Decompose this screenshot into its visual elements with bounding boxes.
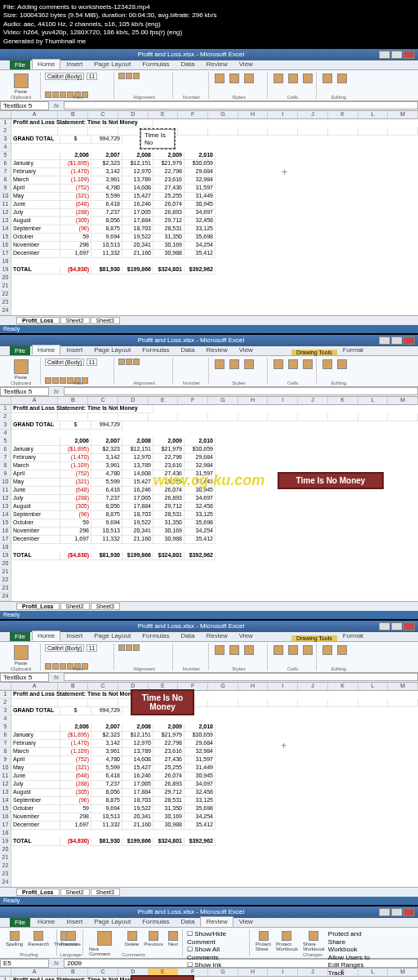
data-cell[interactable]: 9,694 (91, 519, 122, 528)
data-cell[interactable]: 298 (60, 528, 91, 536)
data-cell[interactable]: 8,056 (91, 503, 122, 511)
formula-input[interactable] (64, 673, 418, 681)
data-cell[interactable]: 22,798 (153, 454, 185, 462)
data-cell[interactable]: 20,341 (122, 528, 153, 536)
align-center-icon[interactable] (126, 73, 132, 79)
month-label[interactable]: November (11, 242, 60, 250)
month-label[interactable]: June (11, 773, 60, 781)
data-cell[interactable]: (288) (60, 495, 91, 503)
data-cell[interactable]: 29,712 (153, 789, 185, 797)
data-cell[interactable]: 1,697 (60, 822, 91, 830)
data-cell[interactable]: 13,789 (122, 462, 153, 470)
data-cell[interactable]: 8,875 (91, 797, 122, 805)
year-header[interactable]: 2,008 (122, 724, 153, 732)
col-header-F[interactable]: F (178, 397, 208, 404)
tab-pagelayout[interactable]: Page Layout (88, 630, 136, 641)
total-label[interactable]: TOTAL (11, 266, 60, 274)
data-cell[interactable]: 21,160 (122, 822, 153, 830)
data-cell[interactable]: 34,254 (185, 528, 216, 536)
data-cell[interactable]: 29,684 (185, 454, 216, 462)
contextual-tab[interactable]: Drawing Tools (291, 635, 337, 641)
data-cell[interactable]: (648) (60, 773, 91, 781)
data-cell[interactable]: $12,151 (122, 446, 153, 454)
data-cell[interactable]: 11,332 (91, 822, 122, 830)
data-cell[interactable]: 30,988 (153, 536, 185, 544)
data-cell[interactable]: 23,616 (153, 462, 185, 470)
data-cell[interactable]: $30,659 (185, 160, 216, 168)
month-label[interactable]: April (11, 185, 60, 193)
month-label[interactable]: December (11, 536, 60, 544)
col-header-D[interactable]: D (118, 397, 149, 404)
data-cell[interactable]: 29,684 (185, 168, 216, 176)
paste-button[interactable]: Paste (4, 359, 38, 381)
sort-filter-button[interactable] (321, 359, 334, 370)
total-cell[interactable]: $392,962 (185, 838, 216, 846)
minimize-icon[interactable] (379, 622, 390, 630)
sheet-tab-1[interactable]: Profit_Loss (16, 889, 60, 896)
data-cell[interactable]: $12,151 (122, 160, 153, 168)
fx-icon[interactable]: fx (49, 102, 64, 109)
col-header-I[interactable]: I (268, 111, 298, 118)
month-label[interactable]: December (11, 822, 60, 830)
data-cell[interactable]: 298 (60, 242, 91, 250)
data-cell[interactable]: 6,418 (91, 201, 122, 209)
data-cell[interactable]: 3,142 (91, 454, 122, 462)
data-cell[interactable]: 3,961 (91, 176, 122, 185)
data-cell[interactable]: $21,979 (153, 160, 185, 168)
data-cell[interactable]: 35,412 (185, 822, 216, 830)
insert-cells-button[interactable] (272, 359, 285, 370)
total-cell[interactable]: $81,930 (91, 838, 122, 846)
doc-title-cell[interactable]: Profit and Loss Statement: Time Is Not M… (11, 119, 153, 127)
month-label[interactable]: March (11, 176, 60, 185)
data-cell[interactable]: $30,659 (185, 446, 216, 454)
delete-cells-button[interactable] (287, 73, 300, 84)
formula-input[interactable] (64, 101, 418, 109)
data-cell[interactable]: (648) (60, 201, 91, 209)
maximize-icon[interactable] (391, 908, 402, 916)
data-cell[interactable]: 23,616 (153, 176, 185, 185)
worksheet-grid[interactable]: 1Profit and Loss Statement: Time Is Not … (0, 691, 418, 887)
paste-button[interactable]: Paste (4, 73, 38, 95)
align-right-icon[interactable] (133, 644, 140, 651)
col-header-I[interactable]: I (268, 397, 298, 404)
tab-data[interactable]: Data (176, 59, 201, 69)
month-label[interactable]: October (11, 805, 60, 813)
total-cell[interactable]: $324,801 (153, 838, 185, 846)
fx-icon[interactable]: fx (49, 388, 64, 395)
minimize-icon[interactable] (379, 336, 390, 345)
col-header-K[interactable]: K (328, 397, 358, 404)
month-label[interactable]: January (11, 446, 60, 454)
data-cell[interactable]: 31,350 (153, 519, 185, 528)
cell-styles-button[interactable] (242, 73, 256, 84)
month-label[interactable]: August (11, 503, 60, 511)
doc-title-cell[interactable]: Profit and Loss Statement: Time Is Not M… (11, 405, 153, 413)
data-cell[interactable]: 31,449 (185, 193, 216, 201)
showall-comments-button[interactable]: ☐ Show All Comments (187, 946, 247, 961)
callout-textbox[interactable]: Time Is No Money (131, 689, 194, 715)
tab-pagelayout[interactable]: Page Layout (88, 345, 136, 355)
tab-view[interactable]: View (233, 630, 259, 641)
minimize-icon[interactable] (379, 51, 390, 59)
data-cell[interactable]: (305) (60, 217, 91, 225)
col-header-M[interactable]: M (388, 111, 418, 118)
year-header[interactable]: 2,006 (60, 438, 91, 446)
total-label[interactable]: TOTAL (11, 838, 60, 846)
format-cells-button[interactable] (301, 644, 314, 656)
align-right-icon[interactable] (133, 73, 140, 79)
tab-review[interactable]: Review (200, 345, 233, 355)
data-cell[interactable]: 26,074 (153, 773, 185, 781)
data-cell[interactable]: 6,418 (91, 773, 122, 781)
insert-cells-button[interactable] (272, 73, 285, 84)
data-cell[interactable]: 28,531 (153, 511, 185, 519)
data-cell[interactable]: (305) (60, 503, 91, 511)
col-header-J[interactable]: J (298, 683, 328, 690)
month-label[interactable]: February (11, 454, 60, 462)
data-cell[interactable]: 14,608 (122, 185, 153, 193)
data-cell[interactable]: 13,789 (122, 176, 153, 185)
year-header[interactable]: 2,007 (91, 438, 122, 446)
format-table-button[interactable] (228, 359, 241, 370)
col-header-K[interactable]: K (328, 683, 358, 690)
data-cell[interactable]: 29,712 (153, 217, 185, 225)
month-label[interactable]: July (11, 781, 60, 789)
data-cell[interactable]: 33,125 (185, 225, 216, 234)
